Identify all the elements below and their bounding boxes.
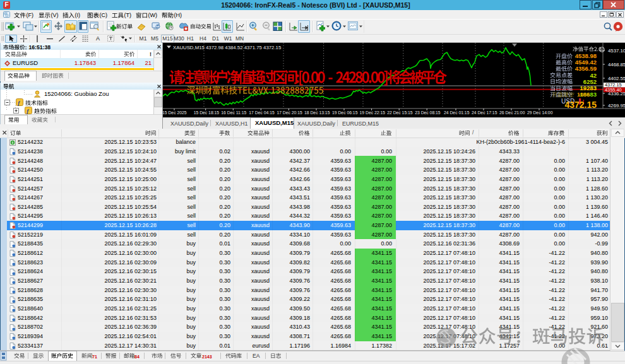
svg-text:4468.85: 4468.85 [608,62,625,68]
svg-text:22 Dec 15:15: 22 Dec 15:15 [387,110,413,115]
svg-text:XAUUSD,M15 4372.98 4384.52 43: XAUUSD,M15 4372.98 4384.52 4371.75 4372.… [173,45,282,50]
svg-text:24 Dec 01:15: 24 Dec 01:15 [444,110,470,115]
svg-text:19 Dec 06:15: 19 Dec 06:15 [332,110,358,115]
svg-text:19 Dec 22:15: 19 Dec 22:15 [360,110,386,115]
svg-text:16 Dec 11:15: 16 Dec 11:15 [221,110,246,115]
svg-text:17 Dec 20:15: 17 Dec 20:15 [277,110,302,115]
svg-text:4269.95: 4269.95 [608,103,625,109]
svg-text:26 Dec 21:00: 26 Dec 21:00 [499,110,525,115]
svg-text:15 Dec 2025: 15 Dec 2025 [163,110,187,115]
svg-text:17 Dec 04:15: 17 Dec 04:15 [249,110,275,115]
svg-text:15 Dec 18:15: 15 Dec 18:15 [194,110,220,115]
svg-text:29 Dec 14:00: 29 Dec 14:00 [527,110,553,115]
svg-text:24 Dec 17:15: 24 Dec 17:15 [472,110,497,115]
svg-text:23 Dec 08:15: 23 Dec 08:15 [415,110,441,115]
svg-text:18 Dec 13:15: 18 Dec 13:15 [304,110,330,115]
svg-text:4402.55: 4402.55 [608,76,625,81]
svg-text:4537.10: 4537.10 [608,48,625,54]
svg-text:4355.40: 4355.40 [605,87,622,93]
